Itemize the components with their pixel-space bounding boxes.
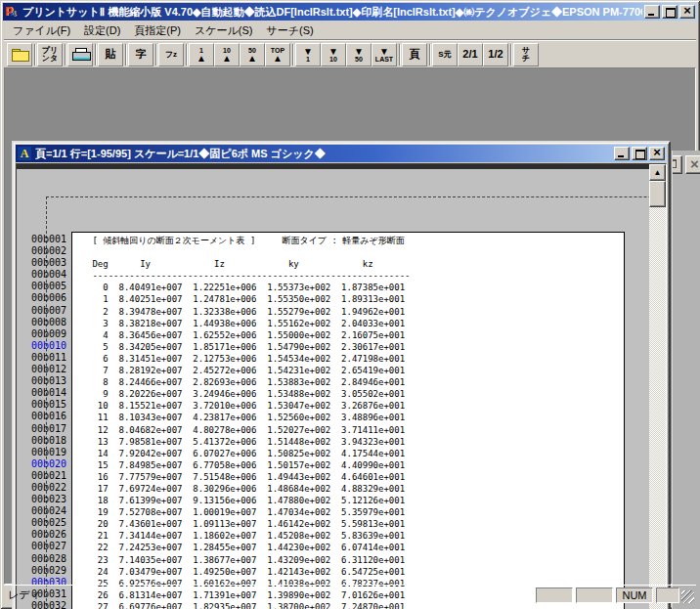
toolbar-separator (508, 44, 513, 65)
line-number: 00b002 (31, 245, 66, 257)
line-number: 00b019 (31, 447, 66, 458)
report-line (87, 246, 411, 258)
scroll-up-icon[interactable]: ▲ (649, 164, 666, 181)
report-line: 3 8.38218e+007 1.44938e+006 1.55162e+002… (87, 318, 411, 329)
window-caption-buttons (644, 5, 695, 19)
close-button[interactable] (679, 5, 695, 19)
document-titlebar[interactable]: A 頁=1/1 行=[1-95/95] スケール=1/1◆固ピ6ポ MS ゴシッ… (16, 145, 667, 162)
close-icon[interactable] (685, 155, 700, 174)
report-line: 8 8.24466e+007 2.82693e+006 1.53883e+002… (87, 376, 411, 388)
line-number: 00b010 (31, 340, 66, 352)
report-line: 12 8.04682e+007 4.80278e+006 1.52027e+00… (87, 424, 411, 436)
toolbar: プリ ンタ 貼 字 フz 1 ▲ 10 ▲ 50 ▲ TOP ▲ ▼ 1 ▼ 1… (4, 39, 696, 67)
menu-settings[interactable]: 設定(D) (77, 22, 127, 40)
menu-search[interactable]: サーチ(S) (259, 22, 320, 40)
line-number: 00b004 (31, 269, 66, 281)
status-pane-1 (536, 587, 573, 603)
line-number: 00b017 (31, 423, 66, 435)
line-number: 00b007 (31, 305, 66, 317)
down-triangle-icon: ▼ (328, 47, 338, 56)
report-line: 20 7.43601e+007 1.09113e+007 1.46142e+00… (87, 518, 411, 530)
up-triangle-icon: ▲ (222, 54, 232, 63)
line-number: 00b015 (31, 399, 66, 411)
line-number: 00b006 (31, 292, 66, 304)
document-title: 頁=1/1 行=[1-95/95] スケール=1/1◆固ピ6ポ MS ゴシック◆ (35, 147, 612, 161)
vertical-scroll-thumb[interactable] (649, 181, 666, 207)
status-pane-2 (576, 587, 613, 603)
menu-file[interactable]: ファイル(F) (6, 22, 77, 40)
report-text: [ 傾斜軸回りの断面２次モーメント表 ] 断面タイプ : 軽量みぞ形断面 Deg… (87, 235, 411, 609)
report-line: 9 8.20226e+007 3.24946e+006 1.53488e+002… (87, 388, 411, 400)
up-triangle-icon: ▲ (197, 54, 206, 63)
report-line: 18 7.61399e+007 9.13156e+006 1.47880e+00… (87, 495, 411, 506)
up-50-button[interactable]: 50 ▲ (240, 43, 265, 66)
line-number: 00b025 (31, 517, 66, 529)
printer-setup-button[interactable]: プリ ンタ (37, 43, 63, 66)
document-window: A 頁=1/1 行=[1-95/95] スケール=1/1◆固ピ6ポ MS ゴシッ… (12, 141, 671, 609)
wrap-button[interactable]: フz (158, 43, 184, 66)
line-number: 00b011 (31, 352, 66, 364)
print-button[interactable] (67, 43, 93, 66)
report-line: 15 7.84985e+007 6.77058e+006 1.50157e+00… (87, 459, 411, 471)
line-number: 00b013 (31, 375, 66, 387)
down-1-button[interactable]: ▼ 1 (295, 43, 321, 66)
menu-page-select[interactable]: 頁指定(P) (127, 22, 188, 40)
scale-half-button[interactable]: 1/2 (483, 43, 508, 66)
open-folder-icon (12, 49, 27, 61)
report-line: 16 7.77579e+007 7.51548e+006 1.49443e+00… (87, 471, 411, 483)
go-top-button[interactable]: TOP ▲ (265, 43, 290, 66)
status-message: レディ (8, 587, 533, 602)
line-number: 00b022 (31, 482, 66, 494)
down-10-button[interactable]: ▼ 10 (321, 43, 346, 66)
open-button[interactable] (7, 43, 32, 66)
report-line: 0 8.40491e+007 1.22251e+006 1.55373e+002… (87, 282, 411, 293)
up-triangle-icon: ▲ (247, 54, 257, 63)
report-line: 7 8.28192e+007 2.45272e+006 1.54231e+002… (87, 365, 411, 376)
printer-icon (72, 48, 89, 61)
main-titlebar[interactable]: P4 プリントサットⅡ 機能縮小版 V4.70◆自動起動◆読込DF[InclRs… (3, 3, 697, 21)
line-number: 00b001 (31, 234, 66, 245)
search-button[interactable]: サ チ (513, 43, 539, 66)
line-number: 00b018 (31, 435, 66, 447)
document-client: 00b00100b00200b00300b00400b00500b00600b0… (16, 163, 667, 609)
paste-button[interactable]: 貼 (98, 43, 123, 66)
menubar: ファイル(F) 設定(D) 頁指定(P) スケール(S) サーチ(S) (4, 22, 696, 39)
document-caption-buttons (614, 147, 665, 160)
statusbar: レディ NUM (4, 585, 696, 605)
window-title: プリントサットⅡ 機能縮小版 V4.70◆自動起動◆読込DF[InclRslt.… (22, 5, 642, 20)
toolbar-separator (93, 44, 98, 65)
font-button[interactable]: 字 (128, 43, 153, 66)
app-icon: P4 (5, 5, 20, 19)
vertical-scrollbar[interactable]: ▲ ▼ (649, 164, 666, 609)
report-line: 6 8.31451e+007 2.12753e+006 1.54534e+002… (87, 353, 411, 365)
line-number: 00b005 (31, 281, 66, 292)
report-line: 22 7.24253e+007 1.28455e+007 1.44230e+00… (87, 542, 411, 553)
doc-close-button[interactable] (649, 147, 665, 160)
up-1-button[interactable]: 1 ▲ (189, 43, 214, 66)
report-line: 24 7.03479e+007 1.49250e+007 1.42143e+00… (87, 566, 411, 578)
page-jump-button[interactable]: 頁 (402, 43, 427, 66)
up-10-button[interactable]: 10 ▲ (214, 43, 240, 66)
line-number-column: 00b00100b00200b00300b00400b00500b00600b0… (31, 234, 66, 609)
down-triangle-icon: ▼ (303, 47, 313, 56)
menu-scale[interactable]: スケール(S) (188, 22, 259, 40)
toolbar-separator (153, 44, 158, 65)
scale-original-button[interactable]: S元 (432, 43, 458, 66)
doc-minimize-button[interactable] (614, 147, 630, 160)
toolbar-separator (427, 44, 432, 65)
window-resize-grip[interactable] (681, 590, 694, 603)
down-50-button[interactable]: ▼ 50 (346, 43, 372, 66)
report-line: 2 8.39478e+007 1.32338e+006 1.55279e+002… (87, 306, 411, 318)
doc-maximize-button[interactable] (632, 147, 647, 160)
report-line: 13 7.98581e+007 5.41372e+006 1.51448e+00… (87, 436, 411, 448)
down-triangle-icon: ▼ (354, 47, 364, 56)
report-line: 21 7.34144e+007 1.18602e+007 1.45208e+00… (87, 530, 411, 542)
mdi-client-area: A 頁=1/1 行=[1-95/95] スケール=1/1◆固ピ6ポ MS ゴシッ… (4, 67, 696, 585)
go-last-button[interactable]: ▼ LAST (372, 43, 397, 66)
restore-button[interactable] (672, 155, 682, 174)
minimize-button[interactable] (644, 5, 660, 19)
scale-double-button[interactable]: 2/1 (458, 43, 483, 66)
line-number: 00b020 (31, 458, 66, 470)
maximize-button[interactable] (662, 5, 678, 19)
background-child-window[interactable] (672, 151, 700, 609)
